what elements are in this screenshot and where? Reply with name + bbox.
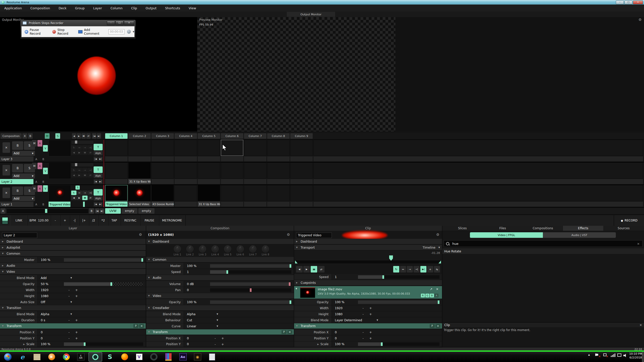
chevron-down-icon[interactable]: ▼ — [70, 277, 72, 279]
chevron-down-icon[interactable]: ▼ — [217, 313, 218, 315]
menu-icon[interactable]: ≡ — [287, 330, 292, 334]
play-to-end-button[interactable]: →| — [414, 266, 420, 273]
composition-section-common[interactable]: ▼Common — [146, 257, 294, 262]
after-effects-icon[interactable]: Ae — [176, 352, 190, 361]
reverse-icon[interactable]: ◀ — [71, 196, 76, 200]
loop-button-active[interactable]: ↻ — [393, 266, 399, 273]
clip-section-transform[interactable]: ▼Transform P≡ — [294, 323, 442, 329]
layer3-add-dropdown[interactable]: Add▼ — [12, 151, 35, 156]
steps-recorder-taskbar-icon[interactable] — [30, 352, 44, 361]
column-6-header[interactable]: Column 6 — [221, 133, 243, 139]
bpm-double-button[interactable]: *2 — [98, 215, 108, 226]
clip-slot[interactable] — [244, 140, 266, 162]
composition-pause-icon[interactable]: ▮▮ — [82, 133, 86, 139]
swap-direction-button[interactable]: ⇆ — [434, 266, 440, 273]
composition-section-transform[interactable]: ▼Transform P≡ — [146, 329, 294, 335]
effect-result-hue-rotate[interactable]: Hue Rotate — [442, 248, 644, 254]
layer2-name-selected[interactable]: Layer 2 — [0, 179, 33, 184]
play-icon[interactable]: ▶ — [77, 196, 82, 200]
internet-explorer-icon[interactable]: e — [16, 352, 29, 361]
clip-scale-slider[interactable] — [358, 342, 439, 346]
clip-file-row[interactable]: ▼ image file2.mov DXV 3.0 High Quality, … — [294, 286, 442, 299]
tab-effects[interactable]: Effects — [563, 226, 603, 231]
layer-section-dashboard[interactable]: ▶Dashboard — [0, 239, 146, 244]
clip-slot[interactable] — [128, 140, 151, 162]
layer1-transition-button[interactable]: T — [94, 189, 103, 196]
close-icon[interactable]: × — [639, 323, 642, 327]
link-knob[interactable]: Link 7 — [249, 245, 257, 256]
decrement-button[interactable]: - — [215, 342, 216, 346]
minimize-button[interactable]: – — [616, 1, 624, 4]
clip-slot[interactable] — [221, 162, 243, 185]
composition-opacity-slider[interactable] — [210, 300, 291, 304]
link-button[interactable]: LINK — [10, 215, 28, 226]
link-knob[interactable]: Link 1 — [174, 245, 181, 256]
link-knob[interactable]: Link 2 — [186, 245, 194, 256]
layer2-next-clip-icon[interactable]: ▶| — [98, 179, 103, 184]
composition-prev-column-icon[interactable]: |◀ — [92, 133, 96, 139]
bounce-icon[interactable]: ↔ — [77, 168, 82, 172]
chevron-down-icon[interactable]: ▼ — [217, 325, 218, 327]
layer1-bypass-button[interactable]: B — [12, 187, 23, 195]
menu-application[interactable]: Application — [0, 6, 26, 10]
increment-button[interactable]: + — [75, 294, 78, 298]
record-button[interactable]: ● RECORD — [614, 215, 644, 226]
clip-name-input[interactable] — [296, 233, 332, 238]
clip-31xup-bass[interactable]: 31 X Up Bass Wa... — [128, 162, 151, 185]
play-to-end-icon[interactable]: →| — [88, 145, 93, 150]
tab-sources[interactable]: Sources — [603, 226, 644, 231]
column-7-header[interactable]: Column 7 — [244, 133, 266, 139]
clip-timeline[interactable]: -01.28 — [294, 251, 442, 265]
play-to-end-icon[interactable]: →| — [88, 168, 93, 172]
chevron-down-icon[interactable]: ▼ — [438, 246, 440, 249]
shuffle-button[interactable]: ⇄ — [318, 266, 325, 273]
layer3-mini-fader[interactable] — [71, 140, 94, 144]
resolume-s-icon[interactable]: S — [103, 352, 117, 361]
show-desktop-button[interactable] — [642, 352, 644, 362]
layer1-prev-clip-icon[interactable]: |◀ — [94, 202, 98, 207]
menu-icon[interactable]: ≡ — [435, 324, 440, 328]
layer3-a-button[interactable]: A — [37, 140, 42, 147]
layer1-clear-button[interactable]: × — [3, 188, 10, 198]
composition-section-video[interactable]: ▼Video — [146, 293, 294, 299]
layer1-active-clip-label[interactable]: Triggered Video — [49, 202, 70, 207]
blue-channel-button[interactable]: B — [430, 294, 434, 297]
menu-deck[interactable]: Deck — [54, 6, 71, 10]
clip-slot[interactable] — [151, 140, 174, 162]
tab-output-monitor[interactable]: Output Monitor — [287, 12, 335, 17]
loop-icon-active[interactable]: ↻ — [71, 191, 76, 195]
layer3-name[interactable]: Layer 3 — [0, 156, 33, 162]
bounce-icon[interactable]: ↔ — [77, 191, 82, 195]
column-5-header[interactable]: Column 5 — [198, 133, 220, 139]
layer1-add-dropdown[interactable]: Add▼ — [12, 196, 35, 201]
deck-tab-empty-1[interactable]: empty — [122, 208, 137, 214]
prev-deck-icon[interactable]: |◀ — [95, 208, 99, 213]
forward-icon[interactable]: → — [82, 191, 88, 195]
composition-speed-slider[interactable] — [210, 270, 291, 274]
clip-slot[interactable] — [175, 185, 197, 207]
chevron-down-icon[interactable]: ▼ — [217, 319, 218, 321]
bounce-button[interactable]: ↔ — [400, 266, 406, 273]
increment-button[interactable]: + — [369, 330, 372, 334]
play-flag-button-active[interactable]: ▶| — [420, 266, 426, 273]
maximize-button[interactable]: □ — [624, 1, 632, 4]
crossfader-b-button[interactable]: B — [89, 208, 94, 214]
menu-layer[interactable]: Layer — [89, 6, 106, 10]
problem-steps-recorder-window[interactable]: Problem Steps Recorder – □ × Pause Recor… — [20, 20, 136, 39]
crossfader-a-button[interactable]: A — [1, 208, 6, 214]
clip-slot[interactable] — [151, 162, 174, 185]
layer3-prev-clip-icon[interactable]: |◀ — [94, 157, 98, 161]
decrement-button[interactable]: - — [363, 330, 364, 334]
psr-minimize-button[interactable]: – — [107, 21, 115, 25]
visio-icon[interactable]: V — [132, 352, 146, 361]
clip-slot[interactable] — [267, 185, 290, 207]
layer2-crossfade-a[interactable]: A — [34, 179, 39, 184]
loop-icon[interactable]: ↻ — [71, 168, 76, 172]
clip-slot[interactable] — [244, 162, 266, 185]
search-input[interactable] — [452, 242, 637, 246]
clip-slot[interactable] — [290, 185, 313, 207]
increment-button[interactable]: + — [75, 318, 78, 322]
psr-close-button[interactable]: × — [124, 21, 134, 25]
clip-slot[interactable] — [105, 162, 128, 185]
winrar-icon[interactable] — [162, 352, 175, 361]
